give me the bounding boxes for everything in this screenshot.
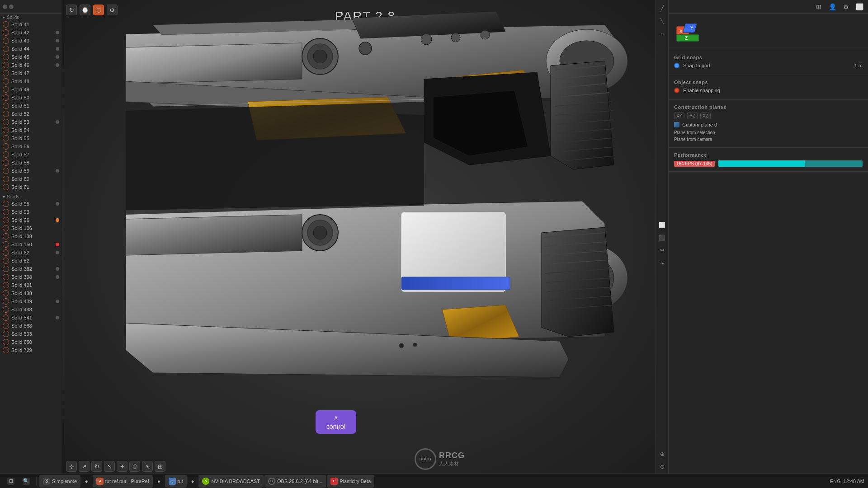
solid-item[interactable]: Solid 48 (0, 77, 62, 85)
orientation-widget[interactable]: X Y Z (674, 18, 701, 45)
svg-text:Y: Y (690, 26, 693, 31)
solid-item[interactable]: Solid 382 (0, 265, 62, 273)
vtool-line-btn[interactable]: ╲ (657, 16, 667, 26)
solid-item[interactable]: Solid 438 (0, 289, 62, 297)
solid-item[interactable]: Solid 56 (0, 142, 62, 150)
solid-item[interactable]: Solid 398 (0, 273, 62, 281)
solid-item[interactable]: Solid 593 (0, 330, 62, 338)
solid-item[interactable]: Solid 42 (0, 28, 62, 37)
solid-item[interactable]: Solid 47 (0, 69, 62, 77)
vtool-cut-btn[interactable]: ✂ (657, 245, 667, 255)
toolbar-transform-btn[interactable]: ✦ (117, 461, 127, 472)
solid-item[interactable]: Solid 650 (0, 338, 62, 346)
solid-item[interactable]: Solid 106 (0, 224, 62, 232)
solid-item[interactable]: Solid 439 (0, 297, 62, 305)
toolbar-extra-btn[interactable]: ⊞ (155, 461, 165, 472)
solid-item[interactable]: Solid 53 (0, 118, 62, 126)
solid-label: Solid 448 (11, 307, 56, 312)
solid-icon (3, 111, 9, 117)
solid-item[interactable]: Solid 421 (0, 281, 62, 289)
toolbar-curve-btn[interactable]: ∿ (142, 461, 153, 472)
taskbar-start-btn[interactable]: ⊞ (4, 475, 18, 488)
solid-item[interactable]: Solid 58 (0, 159, 62, 167)
solid-dot (56, 218, 59, 222)
solid-label: Solid 60 (11, 176, 56, 182)
rp-settings-icon[interactable]: ⚙ (841, 2, 851, 12)
xy-axis-btn[interactable]: XY (674, 113, 684, 119)
custom-plane-label: Custom plane 0 (682, 122, 717, 127)
solid-item[interactable]: Solid 138 (0, 232, 62, 240)
solid-item[interactable]: Solid 46 (0, 61, 62, 69)
solid-item[interactable]: Solid 729 (0, 346, 62, 354)
solid-icon (3, 46, 9, 52)
vtool-plane-btn[interactable]: ⬜ (657, 220, 667, 230)
enable-snapping-toggle[interactable] (674, 88, 679, 93)
taskbar-search-btn[interactable]: 🔍 (19, 475, 33, 488)
vtool-box-btn[interactable]: ⬛ (657, 233, 667, 243)
plane-from-selection-btn[interactable]: Plane from selection (674, 129, 863, 136)
taskbar-nvidia[interactable]: N NVIDIA BROADCAST (198, 475, 264, 488)
rp-user-icon[interactable]: 👤 (827, 2, 837, 12)
yz-axis-btn[interactable]: YZ (687, 113, 698, 119)
solid-icon (3, 298, 9, 305)
solid-item[interactable]: Solid 44 (0, 45, 62, 53)
solid-item[interactable]: Solid 50 (0, 94, 62, 102)
solid-item[interactable]: Solid 49 (0, 85, 62, 94)
rp-grid-icon[interactable]: ⊞ (814, 2, 824, 12)
solid-item[interactable]: Solid 61 (0, 183, 62, 191)
solid-item[interactable]: Solid 95 (0, 200, 62, 208)
solid-item[interactable]: Solid 541 (0, 314, 62, 322)
svg-point-5 (359, 42, 372, 55)
vtool-snap-btn[interactable]: ⊕ (657, 449, 667, 459)
taskbar-plasticity[interactable]: P Plasticity Beta (327, 475, 374, 488)
solid-item[interactable]: Solid 59 (0, 167, 62, 175)
solid-icon (3, 184, 9, 190)
taskbar-pureref-icon: P (96, 478, 104, 485)
snap-to-grid-toggle[interactable] (674, 63, 679, 68)
solid-item[interactable]: Solid 54 (0, 126, 62, 134)
solid-item[interactable]: Solid 52 (0, 110, 62, 118)
solid-item[interactable]: Solid 448 (0, 305, 62, 314)
rp-expand-icon[interactable]: ⬜ (854, 2, 864, 12)
plane-from-camera-btn[interactable]: Plane from camera (674, 136, 863, 143)
taskbar-simplenote-icon: S (43, 478, 50, 485)
vtool-pencil-btn[interactable]: ╱ (657, 4, 667, 14)
solid-item[interactable]: Solid 41 (0, 20, 62, 28)
solid-label: Solid 43 (11, 38, 56, 43)
toolbar-move-btn[interactable]: ↗ (79, 461, 90, 472)
toolbar-rotate-btn[interactable]: ↻ (91, 461, 102, 472)
solid-label: Solid 106 (11, 225, 56, 231)
taskbar-simplenote[interactable]: S Simplenote (39, 475, 80, 488)
svg-point-6 (421, 34, 432, 45)
toolbar-scale-btn[interactable]: ⤡ (104, 461, 115, 472)
solid-item[interactable]: Solid 93 (0, 208, 62, 216)
solid-item[interactable]: Solid 62 (0, 249, 62, 257)
toolbar-select-btn[interactable]: ⊹ (66, 461, 77, 472)
solid-item[interactable]: Solid 588 (0, 322, 62, 330)
taskbar-tut[interactable]: t tut (165, 475, 187, 488)
solid-item[interactable]: Solid 150 (0, 240, 62, 249)
solid-icon (3, 331, 9, 337)
taskbar-obs[interactable]: O OBS 29.0.2 (64-bit... (264, 475, 326, 488)
vtool-circle-btn[interactable]: ○ (657, 29, 667, 39)
taskbar-right: ENG 12:48 AM (830, 479, 864, 484)
vtool-curve-btn[interactable]: ∿ (657, 258, 667, 268)
solid-item[interactable]: Solid 43 (0, 37, 62, 45)
solid-item[interactable]: Solid 96 (0, 216, 62, 224)
toolbar-mesh-btn[interactable]: ⬡ (129, 461, 140, 472)
solid-icon (3, 103, 9, 109)
viewport[interactable]: PART 2.8 ↻ ⌚ ⬡ ⚙ (62, 0, 668, 488)
solid-item[interactable]: Solid 60 (0, 175, 62, 183)
xz-axis-btn[interactable]: XZ (700, 113, 711, 119)
vtool-magnet-btn[interactable]: ⊙ (657, 462, 667, 472)
solid-item[interactable]: Solid 55 (0, 134, 62, 142)
taskbar-tut-icon: t (169, 478, 176, 485)
solid-item[interactable]: Solid 45 (0, 53, 62, 61)
solid-dot (56, 267, 59, 271)
taskbar-pureref[interactable]: P tut ref.pur - PureRef (93, 475, 153, 488)
solid-item[interactable]: Solid 57 (0, 150, 62, 159)
solid-item[interactable]: Solid 82 (0, 257, 62, 265)
axis-buttons-row: XY YZ XZ (674, 113, 863, 119)
solid-item[interactable]: Solid 51 (0, 102, 62, 110)
solid-label: Solid 650 (11, 339, 56, 345)
